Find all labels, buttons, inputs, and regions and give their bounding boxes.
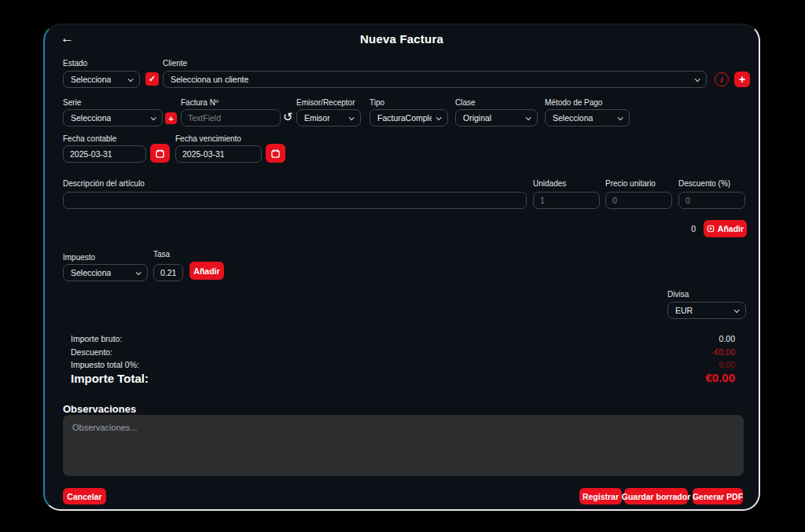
metodo-pago-select-value: Selecciona <box>553 113 593 123</box>
chevron-down-icon <box>734 307 740 313</box>
observaciones-heading: Observaciones <box>63 403 136 415</box>
metodo-pago-label: Método de Pago <box>545 98 602 107</box>
tipo-label: Tipo <box>369 98 384 107</box>
cliente-label: Cliente <box>163 59 187 68</box>
fecha-contable-input[interactable] <box>63 145 146 163</box>
descuento-pct-label: Descuento (%) <box>678 179 730 188</box>
screen: ← Nueva Factura Estado Selecciona ✓ Clie… <box>0 0 805 532</box>
importe-bruto-label: Importe bruto: <box>71 334 122 343</box>
add-line-item-label: Añadir <box>718 224 744 233</box>
clase-label: Clase <box>455 98 476 107</box>
factura-num-input[interactable] <box>181 109 281 127</box>
importe-total-label: Importe Total: <box>71 372 149 385</box>
estado-select[interactable]: Selecciona <box>63 71 140 88</box>
precio-unitario-input[interactable] <box>605 192 672 209</box>
chevron-down-icon <box>526 115 531 120</box>
impuesto-select-value: Selecciona <box>71 268 111 277</box>
refresh-icon[interactable]: ↺ <box>283 111 293 123</box>
unidades-input[interactable] <box>533 192 600 209</box>
importe-total-value: €0.00 <box>705 371 735 384</box>
descuento-total-value: -€0.00 <box>711 347 735 357</box>
info-icon[interactable]: i <box>715 72 729 86</box>
fecha-vencimiento-calendar-button[interactable] <box>266 144 285 163</box>
register-button[interactable]: Registrar <box>579 488 622 504</box>
cliente-select[interactable]: Selecciona un cliente <box>163 71 707 88</box>
fecha-vencimiento-input[interactable] <box>175 145 262 163</box>
clase-select-value: Original <box>463 113 491 123</box>
emisor-receptor-label: Emisor/Receptor <box>296 98 355 107</box>
emisor-receptor-select-value: Emisor <box>304 113 330 123</box>
page-title: Nueva Factura <box>45 32 759 46</box>
cancel-button[interactable]: Cancelar <box>63 488 106 504</box>
calendar-icon <box>155 149 165 159</box>
emisor-receptor-select[interactable]: Emisor <box>296 109 361 127</box>
descripcion-label: Descripción del artículo <box>63 179 145 188</box>
metodo-pago-select[interactable]: Selecciona <box>545 109 630 127</box>
fecha-vencimiento-label: Fecha vencimiento <box>175 134 241 143</box>
add-serie-button[interactable]: + <box>165 112 177 124</box>
add-line-item-button[interactable]: Añadir <box>704 220 747 237</box>
descuento-pct-input[interactable] <box>678 192 745 209</box>
precio-unitario-label: Precio unitario <box>605 179 656 188</box>
serie-select-value: Selecciona <box>71 113 111 123</box>
importe-bruto-value: 0.00 <box>719 334 735 343</box>
chevron-down-icon <box>136 270 142 275</box>
tipo-select[interactable]: FacturaCompleta <box>369 109 448 127</box>
chevron-down-icon <box>349 115 355 120</box>
cliente-select-value: Selecciona un cliente <box>171 75 248 84</box>
save-draft-button[interactable]: Guardar borrador <box>624 488 688 504</box>
descripcion-input[interactable] <box>63 192 527 209</box>
unidades-label: Unidades <box>533 179 566 188</box>
calendar-icon <box>270 149 281 159</box>
line-items-count: 0 <box>680 224 696 233</box>
fecha-contable-calendar-button[interactable] <box>150 144 170 163</box>
generate-pdf-button[interactable]: Generar PDF <box>693 488 743 504</box>
descuento-total-label: Descuento: <box>71 347 112 357</box>
impuesto-label: Impuesto <box>63 253 95 262</box>
divisa-label: Divisa <box>667 290 689 299</box>
observaciones-textarea[interactable] <box>63 415 744 476</box>
add-cliente-button[interactable]: + <box>734 72 750 87</box>
add-item-icon <box>707 225 715 233</box>
factura-num-label: Factura Nº <box>181 98 219 107</box>
estado-checkbox[interactable]: ✓ <box>145 72 159 86</box>
tipo-select-value: FacturaCompleta <box>377 113 432 123</box>
divisa-select[interactable]: EUR <box>667 302 746 319</box>
impuesto-total-value: 0.00 <box>719 360 735 369</box>
estado-select-value: Selecciona <box>71 75 111 84</box>
invoice-form-panel: ← Nueva Factura Estado Selecciona ✓ Clie… <box>43 24 760 511</box>
fecha-contable-label: Fecha contable <box>63 134 116 143</box>
tasa-input[interactable] <box>153 264 183 281</box>
chevron-down-icon <box>695 76 700 82</box>
chevron-down-icon <box>151 115 156 120</box>
chevron-down-icon <box>128 76 134 82</box>
divisa-select-value: EUR <box>675 306 693 315</box>
serie-label: Serie <box>63 98 81 107</box>
impuesto-select[interactable]: Selecciona <box>63 264 148 281</box>
serie-select[interactable]: Selecciona <box>63 109 163 127</box>
impuesto-total-label: Impuesto total 0%: <box>71 360 139 369</box>
estado-label: Estado <box>63 59 87 68</box>
add-tax-button[interactable]: Añadir <box>189 262 224 280</box>
clase-select[interactable]: Original <box>455 109 538 127</box>
chevron-down-icon <box>618 115 623 120</box>
tasa-label: Tasa <box>153 250 170 259</box>
chevron-down-icon <box>436 115 442 120</box>
